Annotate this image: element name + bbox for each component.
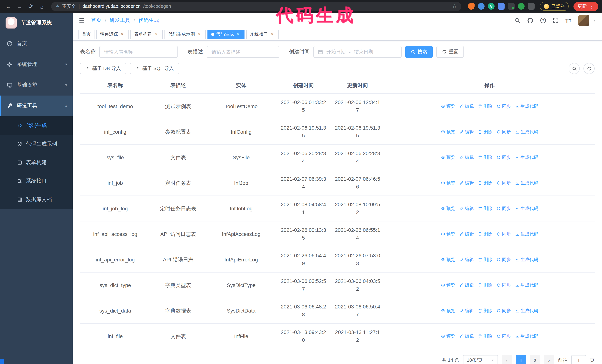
close-icon[interactable]: ×: [154, 32, 159, 37]
sync-link[interactable]: 同步: [496, 230, 511, 238]
sync-link[interactable]: 同步: [496, 256, 511, 263]
close-icon[interactable]: ×: [236, 32, 241, 37]
breadcrumb-home[interactable]: 首页: [91, 17, 101, 24]
import-db-button[interactable]: 基于 DB 导入: [80, 63, 127, 74]
sidebar-item-devtools[interactable]: 研发工具 ▲: [0, 95, 73, 116]
page-size-select[interactable]: 10条/页 ▼: [463, 355, 498, 364]
browser-forward-icon[interactable]: →: [15, 3, 24, 10]
preview-link[interactable]: 预览: [441, 307, 455, 315]
sidebar-item-form-builder[interactable]: 表单构建: [0, 153, 73, 172]
reset-button[interactable]: 重置: [436, 46, 464, 58]
refresh-table-button[interactable]: [583, 63, 595, 74]
page-button-1[interactable]: 1: [516, 355, 526, 364]
sidebar-item-codegen-example[interactable]: 代码生成示例: [0, 135, 73, 153]
delete-link[interactable]: 删除: [478, 281, 492, 289]
sync-link[interactable]: 同步: [496, 332, 511, 340]
sync-link[interactable]: 同步: [496, 307, 511, 315]
preview-link[interactable]: 预览: [441, 205, 455, 212]
browser-reload-icon[interactable]: ⟳: [26, 3, 36, 10]
delete-link[interactable]: 删除: [478, 128, 492, 136]
delete-link[interactable]: 删除: [478, 332, 492, 340]
extension-icon-1[interactable]: [468, 3, 474, 10]
delete-link[interactable]: 删除: [478, 102, 492, 110]
sync-link[interactable]: 同步: [496, 205, 511, 212]
sync-link[interactable]: 同步: [496, 154, 511, 161]
table-name-input[interactable]: [99, 46, 178, 58]
edit-link[interactable]: 编辑: [459, 256, 474, 263]
generate-code-link[interactable]: 生成代码: [515, 256, 538, 263]
edit-link[interactable]: 编辑: [459, 102, 474, 110]
edit-link[interactable]: 编辑: [459, 281, 474, 289]
sidebar-item-home[interactable]: 首页: [0, 33, 73, 54]
delete-link[interactable]: 删除: [478, 256, 492, 263]
edit-link[interactable]: 编辑: [459, 332, 474, 340]
generate-code-link[interactable]: 生成代码: [515, 128, 538, 136]
table-desc-input[interactable]: [207, 46, 279, 58]
sync-link[interactable]: 同步: [496, 102, 511, 110]
edit-link[interactable]: 编辑: [459, 230, 474, 238]
edit-link[interactable]: 编辑: [459, 154, 474, 161]
bookmark-star-icon[interactable]: ☆: [452, 3, 457, 9]
extension-icon-6[interactable]: [518, 3, 525, 10]
tab-form-builder[interactable]: 表单构建×: [130, 30, 163, 39]
extension-icon-4[interactable]: [498, 3, 505, 10]
edit-link[interactable]: 编辑: [459, 179, 474, 187]
generate-code-link[interactable]: 生成代码: [515, 154, 538, 161]
generate-code-link[interactable]: 生成代码: [515, 281, 538, 289]
extension-icon-3[interactable]: V: [488, 3, 494, 10]
preview-link[interactable]: 预览: [441, 179, 455, 187]
preview-link[interactable]: 预览: [441, 332, 455, 340]
delete-link[interactable]: 删除: [478, 154, 492, 161]
goto-page-input[interactable]: [571, 355, 586, 364]
tab-tracing[interactable]: 链路追踪×: [96, 30, 129, 39]
generate-code-link[interactable]: 生成代码: [515, 205, 538, 212]
import-sql-button[interactable]: 基于 SQL 导入: [130, 63, 180, 74]
extension-icon-5[interactable]: [508, 3, 515, 10]
browser-menu-icon[interactable]: ⋮: [589, 3, 594, 9]
toggle-search-button[interactable]: [569, 63, 580, 74]
generate-code-link[interactable]: 生成代码: [515, 179, 538, 187]
generate-code-link[interactable]: 生成代码: [515, 230, 538, 238]
edit-link[interactable]: 编辑: [459, 307, 474, 315]
generate-code-link[interactable]: 生成代码: [515, 102, 538, 110]
tab-home[interactable]: 首页: [78, 30, 95, 39]
extension-icon-7[interactable]: [528, 3, 535, 10]
date-range-picker[interactable]: 开始日期 - 结束日期: [313, 46, 402, 58]
breadcrumb-devtools[interactable]: 研发工具: [109, 17, 130, 24]
sync-link[interactable]: 同步: [496, 179, 511, 187]
generate-code-link[interactable]: 生成代码: [515, 332, 538, 340]
tab-api[interactable]: 系统接口×: [246, 30, 279, 39]
preview-link[interactable]: 预览: [441, 281, 455, 289]
browser-update-button[interactable]: 更新 ⋮: [573, 2, 598, 11]
preview-link[interactable]: 预览: [441, 102, 455, 110]
browser-home-icon[interactable]: ⌂: [37, 3, 47, 10]
browser-back-icon[interactable]: ←: [4, 3, 13, 10]
search-icon[interactable]: [515, 17, 520, 23]
fullscreen-icon[interactable]: [553, 17, 559, 23]
delete-link[interactable]: 删除: [478, 307, 492, 315]
profile-paused-badge[interactable]: 已暂停: [540, 2, 569, 11]
tab-codegen-example[interactable]: 代码生成示例×: [164, 30, 206, 39]
sync-link[interactable]: 同步: [496, 128, 511, 136]
close-icon[interactable]: ×: [270, 32, 275, 37]
preview-link[interactable]: 预览: [441, 154, 455, 161]
breadcrumb-codegen[interactable]: 代码生成: [138, 17, 159, 24]
help-icon[interactable]: ?: [540, 17, 546, 23]
url-bar[interactable]: ⚠ 不安全 | dashboard.yudao.iocoder.cn/tool/…: [51, 2, 461, 11]
delete-link[interactable]: 删除: [478, 205, 492, 212]
font-size-icon[interactable]: TT: [565, 17, 572, 23]
sidebar-item-system[interactable]: 系统管理 ▼: [0, 54, 73, 75]
page-button-2[interactable]: 2: [530, 355, 540, 364]
github-icon[interactable]: [527, 17, 533, 23]
sidebar-item-api[interactable]: 系统接口: [0, 172, 73, 190]
sidebar-item-codegen[interactable]: 代码生成: [0, 116, 73, 135]
sidebar-item-db-doc[interactable]: 数据库文档: [0, 190, 73, 209]
close-icon[interactable]: ×: [120, 32, 125, 37]
close-icon[interactable]: ×: [197, 32, 202, 37]
delete-link[interactable]: 删除: [478, 230, 492, 238]
delete-link[interactable]: 删除: [478, 179, 492, 187]
sidebar-item-infra[interactable]: 基础设施 ▼: [0, 75, 73, 95]
avatar[interactable]: [578, 15, 589, 26]
prev-page-button[interactable]: ‹: [502, 355, 512, 364]
preview-link[interactable]: 预览: [441, 256, 455, 263]
